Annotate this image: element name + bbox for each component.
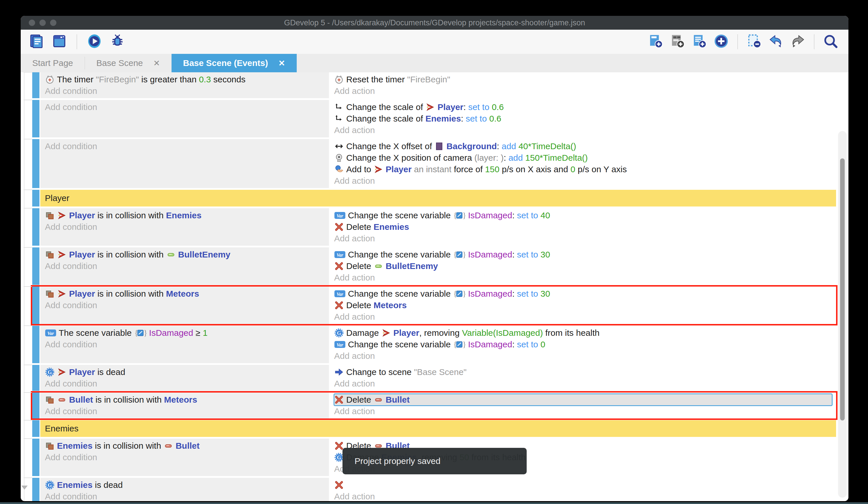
action-line[interactable]: Change the X offset of Background: add 4…: [334, 141, 836, 152]
event-drag-handle[interactable]: [32, 326, 39, 363]
action-line[interactable]: Change the scale of Enemies: set to 0.6: [334, 113, 836, 124]
condition-line[interactable]: Player is in collision with Meteors: [45, 288, 329, 300]
add-action[interactable]: Add action: [334, 85, 836, 97]
svg-text:}: }: [463, 211, 466, 220]
add-condition[interactable]: Add condition: [45, 141, 329, 152]
action-line[interactable]: VarChange the scene variable {}IsDamaged…: [334, 339, 836, 350]
event-drag-handle[interactable]: [32, 100, 39, 137]
add-action[interactable]: Add action: [334, 350, 836, 362]
action-line[interactable]: Add to Player an instant force of 150 p/…: [334, 164, 836, 175]
add-subevent-button[interactable]: [691, 34, 707, 50]
scrollbar-thumb[interactable]: [840, 158, 845, 421]
delete-event-button[interactable]: [746, 34, 762, 50]
action-line[interactable]: [334, 479, 836, 491]
placeholder-label: Add action: [334, 492, 375, 501]
close-button[interactable]: [29, 20, 35, 26]
scene-editor-button[interactable]: [51, 34, 68, 50]
event-row[interactable]: VarThe scene variable {}IsDamaged ≥ 1Add…: [32, 326, 836, 363]
zoom-button[interactable]: [50, 20, 56, 26]
condition-line[interactable]: The timer "FireBegin" is greater than 0.…: [45, 74, 329, 85]
add-event-button[interactable]: [648, 34, 664, 50]
minimize-button[interactable]: [39, 20, 46, 26]
fold-arrow-icon[interactable]: [21, 486, 28, 490]
add-condition[interactable]: Add condition: [45, 405, 329, 417]
event-row[interactable]: GPlayer is deadAdd conditionChange to sc…: [32, 365, 836, 391]
undo-button[interactable]: [768, 34, 784, 50]
condition-line[interactable]: GPlayer is dead: [45, 366, 329, 378]
player-ship-icon: [57, 289, 69, 299]
event-row[interactable]: Player is in collision with MeteorsAdd c…: [32, 286, 836, 324]
group-row[interactable]: Enemies: [32, 420, 836, 437]
debug-button[interactable]: [110, 34, 125, 50]
text-segment: from its health: [543, 328, 599, 338]
tab-start-page[interactable]: Start Page: [21, 54, 85, 72]
add-action[interactable]: Add action: [334, 378, 836, 389]
close-icon[interactable]: ✕: [278, 59, 285, 68]
event-drag-handle[interactable]: [32, 478, 39, 501]
add-condition[interactable]: Add condition: [45, 221, 329, 233]
condition-line[interactable]: VarThe scene variable {}IsDamaged ≥ 1: [45, 327, 329, 339]
redo-button[interactable]: [790, 34, 806, 50]
event-drag-handle[interactable]: [32, 139, 39, 188]
add-action[interactable]: Add action: [334, 405, 836, 417]
condition-line[interactable]: GEnemies is dead: [45, 479, 329, 491]
action-line[interactable]: Delete Meteors: [334, 300, 836, 311]
event-row[interactable]: The timer "FireBegin" is greater than 0.…: [32, 72, 836, 98]
event-row[interactable]: GEnemies is deadAdd conditionAdd action: [32, 478, 836, 501]
add-condition[interactable]: Add condition: [45, 491, 329, 501]
add-condition[interactable]: Add condition: [45, 101, 329, 113]
event-drag-handle[interactable]: [32, 365, 39, 391]
add-comment-button[interactable]: [669, 34, 685, 50]
tab-base-scene-events[interactable]: Base Scene (Events) ✕: [172, 54, 297, 72]
event-drag-handle[interactable]: [32, 286, 39, 324]
search-button[interactable]: [823, 34, 839, 50]
action-line[interactable]: Delete BulletEnemy: [334, 260, 836, 272]
placeholder-label: Add action: [334, 273, 375, 283]
action-line[interactable]: GDamage Player, removing Variable(IsDama…: [334, 327, 836, 339]
event-drag-handle[interactable]: [32, 208, 39, 246]
add-action[interactable]: Add action: [334, 124, 836, 136]
close-icon[interactable]: ✕: [153, 59, 160, 68]
event-row[interactable]: Player is in collision with EnemiesAdd c…: [32, 208, 836, 246]
event-row[interactable]: Add conditionChange the scale of Player:…: [32, 100, 836, 137]
tab-base-scene[interactable]: Base Scene ✕: [85, 54, 172, 72]
add-condition[interactable]: Add condition: [45, 452, 329, 463]
add-condition[interactable]: Add condition: [45, 339, 329, 350]
action-line[interactable]: Change the X position of camera (layer: …: [334, 152, 836, 164]
action-line[interactable]: Delete Enemies: [334, 221, 836, 233]
play-button[interactable]: [86, 34, 102, 50]
action-line[interactable]: VarChange the scene variable {}IsDamaged…: [334, 288, 836, 300]
cell-gap: [329, 286, 332, 324]
group-row[interactable]: Player: [32, 190, 836, 206]
add-circle-button[interactable]: [713, 34, 729, 50]
condition-line[interactable]: Player is in collision with Enemies: [45, 210, 329, 221]
event-row[interactable]: Bullet is in collision with MeteorsAdd c…: [32, 393, 836, 419]
add-condition[interactable]: Add condition: [45, 85, 329, 97]
add-action[interactable]: Add action: [334, 311, 836, 323]
event-drag-handle[interactable]: [32, 393, 39, 419]
action-line[interactable]: VarChange the scene variable {}IsDamaged…: [334, 249, 836, 260]
event-drag-handle[interactable]: [32, 420, 39, 437]
condition-line[interactable]: Bullet is in collision with Meteors: [45, 394, 329, 405]
event-drag-handle[interactable]: [32, 248, 39, 285]
condition-line[interactable]: Player is in collision with BulletEnemy: [45, 249, 329, 260]
event-drag-handle[interactable]: [32, 72, 39, 98]
add-action[interactable]: Add action: [334, 233, 836, 244]
add-condition[interactable]: Add condition: [45, 378, 329, 389]
event-row[interactable]: Player is in collision with BulletEnemyA…: [32, 248, 836, 285]
action-line[interactable]: Reset the timer "FireBegin": [334, 74, 836, 85]
condition-line[interactable]: Enemies is in collision with Bullet: [45, 440, 329, 452]
event-row[interactable]: Add conditionChange the X offset of Back…: [32, 139, 836, 188]
add-action[interactable]: Add action: [334, 491, 836, 501]
event-drag-handle[interactable]: [32, 439, 39, 476]
event-drag-handle[interactable]: [32, 190, 39, 206]
action-line[interactable]: Change to scene "Base Scene": [334, 366, 836, 378]
action-line[interactable]: VarChange the scene variable {}IsDamaged…: [334, 210, 836, 221]
action-line[interactable]: Delete Bullet: [334, 394, 832, 405]
add-action[interactable]: Add action: [334, 175, 836, 187]
add-condition[interactable]: Add condition: [45, 300, 329, 311]
add-condition[interactable]: Add condition: [45, 260, 329, 272]
action-line[interactable]: Change the scale of Player: set to 0.6: [334, 101, 836, 113]
add-action[interactable]: Add action: [334, 272, 836, 283]
project-manager-button[interactable]: [28, 34, 44, 50]
